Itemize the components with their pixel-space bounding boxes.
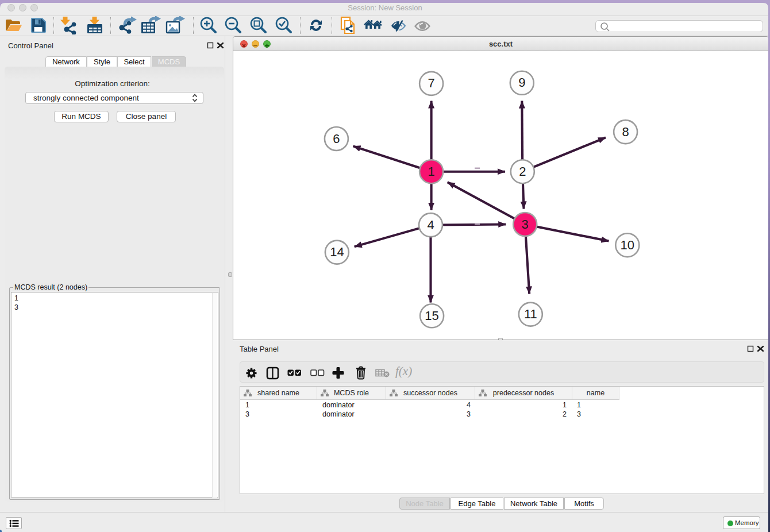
svg-text:9: 9	[518, 75, 525, 90]
svg-text:15: 15	[425, 309, 438, 323]
svg-text:14: 14	[330, 245, 344, 259]
svg-text:6: 6	[333, 132, 340, 146]
svg-text:7: 7	[428, 76, 434, 90]
svg-text:8: 8	[622, 125, 629, 139]
svg-text:10: 10	[621, 238, 634, 252]
svg-text:1: 1	[428, 164, 434, 179]
svg-text:2: 2	[519, 164, 526, 179]
svg-text:3: 3	[522, 217, 529, 232]
svg-text:4: 4	[427, 218, 434, 232]
svg-text:11: 11	[524, 307, 537, 321]
